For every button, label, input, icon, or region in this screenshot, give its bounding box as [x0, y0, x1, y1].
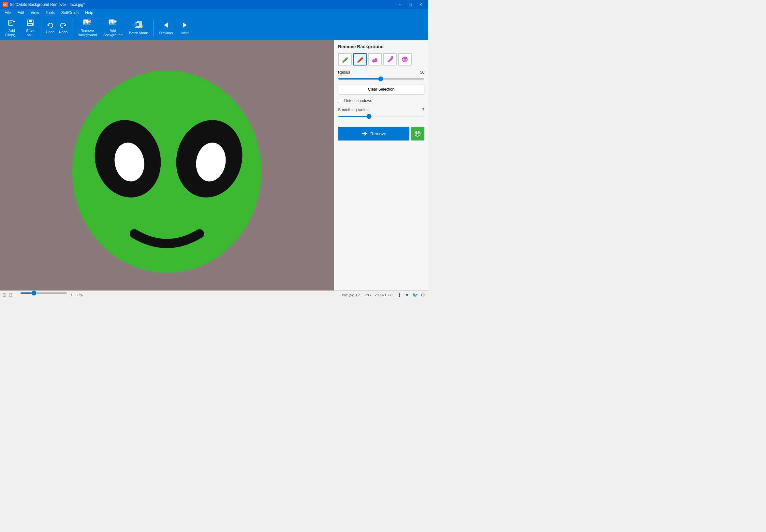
app-icon: SO: [3, 2, 8, 7]
format-label: JPG: [364, 293, 371, 297]
menu-softorbits[interactable]: SoftOrbits: [58, 10, 82, 16]
window-title: SoftOrbits Background Remover - face.jpg…: [10, 2, 85, 7]
radius-slider[interactable]: [338, 78, 424, 80]
status-bar: − + 60% Time (s): 3.7 JPG 2000x1500 ℹ ♥ …: [0, 290, 428, 297]
add-background-button[interactable]: AddBackground: [101, 18, 125, 38]
maximize-button[interactable]: □: [405, 1, 415, 8]
radius-value: 50: [420, 70, 424, 75]
remove-arrow-icon: [361, 130, 368, 137]
batch-mode-icon: [134, 21, 143, 30]
status-left: − + 60%: [3, 292, 83, 297]
svg-rect-34: [357, 62, 359, 63]
svg-rect-56: [9, 294, 11, 296]
info-icon[interactable]: ℹ: [396, 292, 402, 297]
svg-rect-9: [28, 24, 32, 25]
minimize-button[interactable]: ─: [395, 1, 405, 8]
add-files-icon: [8, 19, 16, 28]
detect-shadows-row: Detect shadows: [338, 98, 424, 103]
smoothing-radius-slider[interactable]: [338, 116, 424, 117]
previous-icon: [162, 21, 170, 30]
undo-group: Undo Redo: [44, 21, 70, 35]
status-right: Time (s): 3.7 JPG 2000x1500 ℹ ♥ 🐦 ⚙: [340, 292, 426, 297]
main-content: Remove Background: [0, 40, 428, 290]
remove-label: Remove: [370, 131, 386, 136]
add-background-icon: [109, 19, 117, 28]
heart-icon[interactable]: ♥: [404, 292, 410, 297]
remove-row: Remove: [338, 127, 424, 140]
close-button[interactable]: ✕: [416, 1, 426, 8]
previous-button[interactable]: Previous: [156, 20, 175, 36]
remove-button[interactable]: Remove: [338, 127, 409, 140]
zoom-plus[interactable]: +: [70, 292, 73, 297]
time-label: Time (s): 3.7: [340, 293, 360, 297]
radius-row: Radius 50: [338, 70, 424, 75]
tool-buttons: [338, 53, 424, 66]
svg-marker-26: [183, 22, 187, 28]
keep-brush-button[interactable]: [338, 53, 352, 66]
separator-2: [72, 20, 72, 36]
zoom-slider[interactable]: [20, 292, 67, 294]
menu-help[interactable]: Help: [82, 10, 96, 16]
remove-globe-button[interactable]: [411, 127, 424, 140]
svg-marker-25: [164, 22, 168, 28]
svg-rect-33: [342, 62, 344, 63]
svg-point-11: [84, 21, 86, 22]
batch-mode-button[interactable]: Batch Mode: [126, 20, 151, 37]
separator-1: [41, 20, 41, 36]
panel-title: Remove Background: [338, 44, 424, 49]
svg-rect-7: [29, 20, 32, 22]
remove-background-button[interactable]: RemoveBackground: [75, 18, 99, 38]
status-icons: ℹ ♥ 🐦 ⚙: [396, 292, 426, 297]
next-label: Next: [181, 31, 189, 35]
remove-background-icon: [83, 19, 92, 28]
eraser-button[interactable]: [368, 53, 382, 66]
toolbar: AddFile(s)... Saveas... Undo: [0, 16, 428, 40]
twitter-icon[interactable]: 🐦: [412, 292, 418, 297]
save-as-icon: [26, 19, 34, 28]
undo-label: Undo: [46, 30, 54, 34]
clear-selection-button[interactable]: Clear Selection: [338, 84, 424, 95]
add-files-button[interactable]: AddFile(s)...: [3, 18, 21, 38]
add-files-label: AddFile(s)...: [5, 29, 18, 37]
dimensions-label: 2000x1500: [375, 293, 392, 297]
right-panel: Remove Background: [334, 40, 428, 290]
next-icon: [181, 21, 189, 30]
magic-remove-button[interactable]: [398, 53, 412, 66]
previous-label: Previous: [159, 31, 173, 35]
menu-view[interactable]: View: [27, 10, 42, 16]
remove-brush-button[interactable]: [353, 53, 367, 66]
remove-background-label: RemoveBackground: [78, 29, 97, 37]
detect-shadows-checkbox[interactable]: [338, 99, 342, 103]
smoothing-radius-value: 7: [422, 108, 424, 112]
radius-label: Radius: [338, 70, 350, 75]
globe-icon: [414, 130, 421, 137]
save-as-button[interactable]: Saveas...: [22, 18, 38, 38]
svg-line-40: [392, 56, 393, 57]
title-bar: SO SoftOrbits Background Remover - face.…: [0, 0, 428, 9]
svg-rect-55: [9, 293, 12, 296]
canvas-area[interactable]: [0, 40, 334, 290]
detect-shadows-label[interactable]: Detect shadows: [344, 98, 372, 103]
redo-button[interactable]: Redo: [57, 21, 69, 35]
svg-rect-35: [372, 58, 377, 63]
redo-label: Redo: [59, 30, 67, 34]
alien-image: [33, 51, 301, 279]
menu-tools[interactable]: Tools: [42, 10, 58, 16]
canvas-resize-icon: [3, 292, 6, 297]
svg-point-16: [110, 21, 111, 22]
batch-mode-label: Batch Mode: [129, 31, 148, 35]
smoothing-radius-row: Smoothing radius 7: [338, 108, 424, 112]
menu-file[interactable]: File: [1, 10, 14, 16]
magic-keep-button[interactable]: [383, 53, 397, 66]
zoom-fit-icon: [9, 292, 12, 297]
next-button[interactable]: Next: [177, 20, 193, 36]
menu-edit[interactable]: Edit: [14, 10, 27, 16]
save-as-label: Saveas...: [26, 29, 34, 37]
menu-bar: File Edit View Tools SoftOrbits Help: [0, 9, 428, 16]
smoothing-radius-label: Smoothing radius: [338, 108, 368, 112]
settings-icon[interactable]: ⚙: [420, 292, 426, 297]
undo-button[interactable]: Undo: [44, 21, 56, 35]
separator-3: [153, 20, 154, 36]
zoom-minus[interactable]: −: [15, 292, 18, 297]
add-background-label: AddBackground: [103, 29, 123, 37]
